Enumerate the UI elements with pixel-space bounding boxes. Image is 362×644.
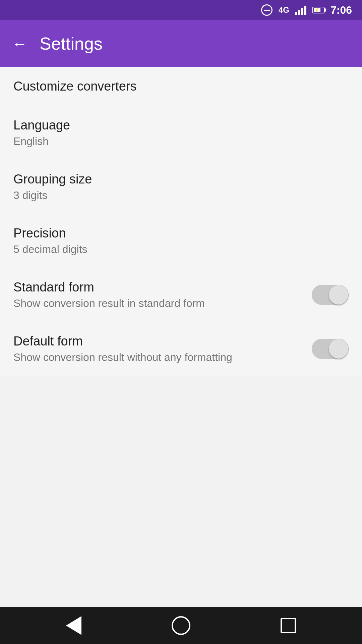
status-time: 7:06 (330, 4, 352, 16)
nav-home-button[interactable] (169, 614, 193, 637)
item-subtitle-precision: 5 decimal digits (13, 243, 349, 256)
settings-list: Customize converters Language English Gr… (0, 67, 362, 607)
nav-back-icon (66, 616, 81, 635)
nav-recent-button[interactable] (277, 614, 300, 637)
network-label: 4G (279, 5, 289, 15)
item-title-default-form: Default form (13, 334, 312, 348)
item-subtitle-default-form: Show conversion result without any forma… (13, 351, 312, 364)
settings-item-customize-converters[interactable]: Customize converters (0, 67, 362, 106)
nav-recent-icon (281, 618, 296, 633)
item-subtitle-language: English (13, 135, 349, 148)
item-title-customize-converters: Customize converters (13, 79, 349, 94)
item-title-standard-form: Standard form (13, 280, 312, 294)
back-button[interactable]: ← (12, 36, 27, 51)
nav-back-button[interactable] (62, 614, 85, 637)
settings-item-default-form[interactable]: Default form Show conversion result with… (0, 322, 362, 376)
settings-item-language[interactable]: Language English (0, 106, 362, 160)
default-form-toggle[interactable] (312, 339, 349, 359)
settings-item-grouping-size[interactable]: Grouping size 3 digits (0, 160, 362, 214)
nav-home-icon (172, 616, 190, 635)
standard-form-toggle[interactable] (312, 285, 349, 305)
item-subtitle-standard-form: Show conversion result in standard form (13, 297, 312, 310)
settings-item-standard-form[interactable]: Standard form Show conversion result in … (0, 268, 362, 322)
dnd-icon (261, 4, 273, 16)
status-bar: 4G ⚡ 7:06 (0, 0, 362, 20)
toggle-knob-default-form (329, 339, 348, 359)
item-title-language: Language (13, 118, 349, 132)
toggle-knob-standard-form (329, 285, 348, 305)
item-title-precision: Precision (13, 226, 349, 240)
battery-icon: ⚡ (312, 7, 324, 13)
nav-bar (0, 607, 362, 644)
app-bar: ← Settings (0, 20, 362, 67)
settings-item-precision[interactable]: Precision 5 decimal digits (0, 214, 362, 268)
settings-empty-area (0, 376, 362, 607)
item-title-grouping-size: Grouping size (13, 172, 349, 186)
item-subtitle-grouping-size: 3 digits (13, 189, 349, 202)
page-title: Settings (40, 34, 103, 54)
signal-icon (295, 5, 306, 15)
